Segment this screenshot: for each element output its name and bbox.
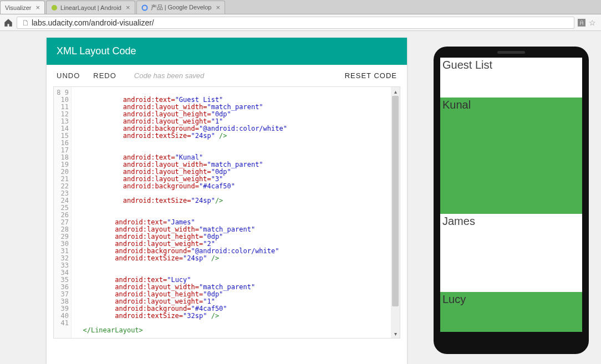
code-panel: XML Layout Code UNDO REDO Code has been …	[47, 38, 407, 364]
address-bar: 🗋 labs.udacity.com/android-visualizer/ 🅰…	[0, 14, 601, 31]
save-status: Code has been saved	[134, 71, 204, 80]
tab-label: Visualizer	[5, 4, 32, 11]
preview-row: Kunal	[440, 98, 582, 213]
android-icon	[51, 4, 58, 11]
close-icon[interactable]: ×	[216, 3, 220, 12]
reset-button[interactable]: RESET CODE	[345, 71, 397, 80]
scroll-down-icon[interactable]: ▾	[391, 329, 400, 338]
redo-button[interactable]: REDO	[93, 71, 116, 80]
code-editor[interactable]: 8 9 10 11 12 13 14 15 16 17 18 19 20 21 …	[53, 86, 400, 339]
google-icon	[141, 4, 148, 11]
home-icon[interactable]	[3, 18, 13, 28]
toolbar: UNDO REDO Code has been saved RESET CODE	[47, 65, 407, 86]
tab-google-dev[interactable]: 产品 | Google Develop ×	[136, 1, 225, 14]
preview-row: James	[440, 214, 582, 292]
preview-row: Lucy	[440, 292, 582, 332]
vertical-scrollbar[interactable]: ▴ ▾	[391, 87, 400, 338]
preview-screen: Guest ListKunalJamesLucy	[440, 58, 582, 332]
scroll-thumb[interactable]	[392, 96, 399, 306]
tab-android-docs[interactable]: LinearLayout | Android ×	[46, 1, 135, 14]
tab-label: LinearLayout | Android	[60, 4, 121, 11]
translate-icon[interactable]: 🅰	[578, 18, 587, 27]
browser-tabs: Visualizer × LinearLayout | Android × 产品…	[0, 0, 601, 14]
scroll-up-icon[interactable]: ▴	[391, 87, 400, 96]
device-preview: Guest ListKunalJamesLucy	[434, 47, 589, 354]
url-text: labs.udacity.com/android-visualizer/	[32, 18, 154, 27]
page-icon: 🗋	[22, 18, 29, 27]
close-icon[interactable]: ×	[36, 3, 40, 12]
url-input[interactable]: 🗋 labs.udacity.com/android-visualizer/	[17, 17, 574, 29]
main-content: XML Layout Code UNDO REDO Code has been …	[0, 31, 601, 364]
svg-point-1	[142, 5, 147, 10]
preview-row: Guest List	[440, 58, 582, 98]
tab-visualizer[interactable]: Visualizer ×	[0, 1, 45, 14]
phone-speaker	[497, 51, 525, 54]
line-gutter: 8 9 10 11 12 13 14 15 16 17 18 19 20 21 …	[54, 87, 72, 338]
panel-title: XML Layout Code	[47, 38, 407, 65]
code-text[interactable]: android:text="Guest List" android:layout…	[72, 87, 400, 338]
svg-point-0	[52, 5, 57, 11]
star-icon[interactable]: ☆	[589, 18, 598, 27]
undo-button[interactable]: UNDO	[57, 71, 80, 80]
tab-label: 产品 | Google Develop	[151, 3, 212, 12]
close-icon[interactable]: ×	[126, 3, 130, 12]
